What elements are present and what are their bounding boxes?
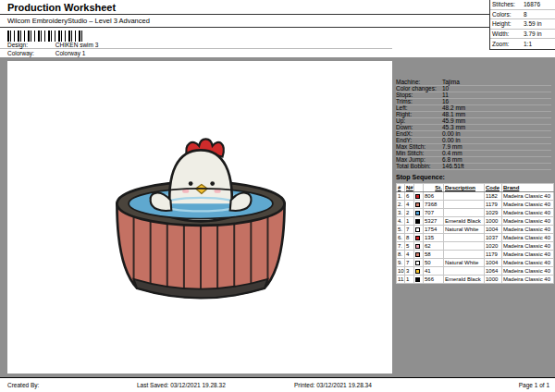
cell-index: 8. (397, 251, 405, 259)
cell-description (444, 242, 485, 251)
cell-index: 10. (397, 267, 405, 276)
machine-info-row: Left:48.2 mm (396, 105, 551, 112)
summary-row: Width:3.79 in (490, 30, 555, 40)
cell-needle: 4 (405, 251, 414, 259)
cell-needle: 4 (405, 201, 414, 209)
stop-sequence-body: 1.68061182Madeira Classic 402.473681179M… (397, 192, 554, 284)
cell-needle: 6 (405, 192, 414, 201)
cell-swatch (414, 217, 424, 226)
page-number: Page 1 of 1 (519, 382, 549, 388)
cell-brand: Madeira Classic 40 (502, 251, 554, 259)
cell-swatch (414, 209, 424, 217)
summary-row: Colors:8 (490, 10, 555, 20)
cell-swatch (414, 259, 424, 267)
stop-sequence-row: 7.5621020Madeira Classic 40 (397, 242, 554, 251)
color-swatch-icon (415, 211, 420, 215)
cell-stitches: 50 (424, 259, 444, 267)
cell-stitches: 1754 (424, 226, 444, 234)
color-swatch-icon (415, 252, 420, 257)
machine-info-row: Stops:11 (396, 92, 551, 99)
color-swatch-icon (415, 236, 420, 240)
production-worksheet-page: Production Worksheet Wilcom EmbroiderySt… (0, 0, 555, 392)
design-label: Design: (7, 42, 54, 48)
stop-sequence-row: 3.27071029Madeira Classic 40 (397, 209, 554, 217)
cell-index: 3. (397, 209, 405, 217)
cell-needle: 7 (405, 226, 414, 234)
summary-label: Zoom: (492, 41, 524, 47)
header-divider-2 (0, 27, 489, 28)
cell-stitches: 707 (424, 209, 444, 217)
stop-sequence-row: 8.4581179Madeira Classic 40 (397, 251, 554, 259)
cell-index: 7. (397, 242, 405, 251)
cell-brand: Madeira Classic 40 (502, 201, 554, 209)
cell-swatch (414, 201, 424, 209)
cell-needle: 2 (405, 209, 414, 217)
stop-sequence-row: 5.71754Natural White1004Madeira Classic … (397, 226, 554, 234)
chicken-eye-left (189, 181, 193, 186)
stop-sequence-table: # N# St. Description Code Brand 1.680611… (396, 183, 554, 284)
cell-code: 1004 (485, 226, 502, 234)
design-row: Design: CHIKEN swim 3 (7, 42, 98, 48)
color-swatch-icon (415, 194, 420, 199)
cell-needle: 5 (405, 242, 414, 251)
cell-index: 5. (397, 226, 405, 234)
cell-brand: Madeira Classic 40 (502, 242, 554, 251)
design-value: CHIKEN swim 3 (56, 42, 99, 48)
stop-sequence-row: 11.1566Emerald Black1000Madeira Classic … (397, 276, 554, 284)
summary-label: Colors: (492, 11, 524, 18)
colorway-label: Colorway: (7, 50, 54, 56)
col-header-index: # (397, 184, 405, 192)
cell-description (444, 201, 485, 209)
col-header-description: Description (444, 184, 485, 192)
stop-sequence-title: Stop Sequence: (396, 174, 445, 180)
machine-info-label: Total Bobbin: (396, 164, 442, 169)
machine-info-row: EndX:0.00 in (396, 131, 551, 138)
col-header-swatch (414, 184, 424, 192)
cell-description (444, 267, 485, 276)
cell-needle: 1 (405, 217, 414, 226)
cell-index: 11. (397, 276, 405, 284)
cell-brand: Madeira Classic 40 (502, 192, 554, 201)
worksheet-header: Production Worksheet Wilcom EmbroiderySt… (0, 0, 555, 57)
machine-info-list: Machine:TajimaColor changes:10Stops:11Tr… (396, 80, 551, 170)
machine-info-value: 10 (442, 86, 551, 92)
cell-brand: Madeira Classic 40 (502, 209, 554, 217)
summary-label: Stitches: (492, 1, 524, 7)
cell-description: Emerald Black (444, 276, 485, 284)
color-swatch-icon (415, 219, 420, 224)
cell-swatch (414, 251, 424, 259)
color-swatch-icon (415, 227, 420, 232)
info-panel: Machine:TajimaColor changes:10Stops:11Tr… (396, 57, 553, 377)
cell-code: 1037 (485, 234, 502, 242)
cell-stitches: 62 (424, 242, 444, 251)
machine-info-row: Total Bobbin:146.51ft (396, 164, 551, 170)
cell-brand: Madeira Classic 40 (502, 226, 554, 234)
design-canvas (7, 61, 392, 374)
col-header-brand: Brand (502, 184, 554, 192)
color-swatch-icon (415, 202, 420, 207)
summary-value: 16876 (524, 1, 553, 7)
cell-index: 9. (397, 259, 405, 267)
cell-stitches: 41 (424, 267, 444, 276)
cell-code: 1029 (485, 209, 502, 217)
stop-sequence-row: 6.81351037Madeira Classic 40 (397, 234, 554, 242)
cell-description (444, 251, 485, 259)
cell-stitches: 135 (424, 234, 444, 242)
machine-info-row: Color changes:10 (396, 86, 551, 92)
colorway-value: Colorway 1 (56, 50, 86, 56)
cell-description: Natural White (444, 226, 485, 234)
cell-description (444, 192, 485, 201)
stop-sequence-row: 4.15327Emerald Black1000Madeira Classic … (397, 217, 554, 226)
summary-value: 8 (524, 11, 553, 18)
created-by-label: Created By: (7, 382, 39, 388)
stop-sequence-header-row: # N# St. Description Code Brand (397, 184, 554, 192)
summary-value: 1:1 (524, 41, 553, 47)
col-header-code: Code (485, 184, 502, 192)
cell-brand: Madeira Classic 40 (502, 267, 554, 276)
cell-swatch (414, 226, 424, 234)
color-swatch-icon (415, 261, 420, 265)
cell-swatch (414, 192, 424, 201)
cell-swatch (414, 234, 424, 242)
cell-index: 6. (397, 234, 405, 242)
cell-description (444, 209, 485, 217)
